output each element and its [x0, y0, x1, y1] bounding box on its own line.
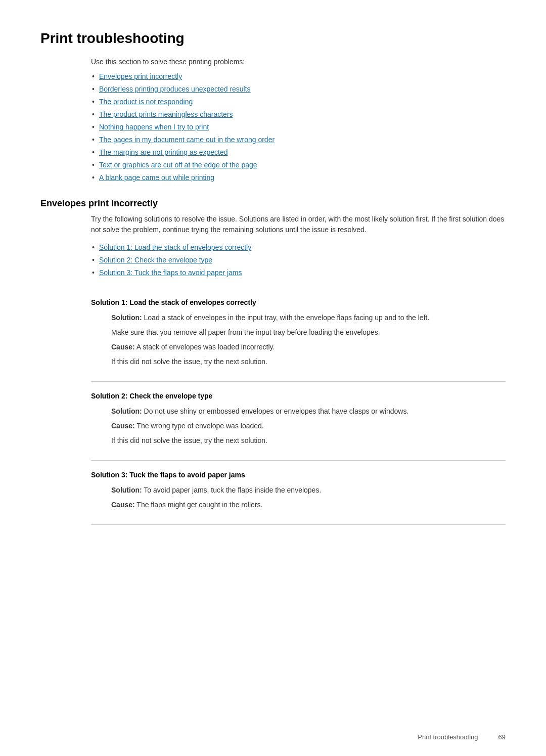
solution-content-2: Solution: Do not use shiny or embossed e…	[111, 406, 506, 446]
section-envelopes: Envelopes print incorrectly Try the foll…	[40, 198, 506, 525]
toc-link[interactable]: Text or graphics are cut off at the edge…	[99, 161, 257, 169]
toc-list-item: The product prints meaningless character…	[91, 109, 506, 120]
toc-list-item: The margins are not printing as expected	[91, 147, 506, 158]
solution-link[interactable]: Solution 1: Load the stack of envelopes …	[99, 243, 251, 251]
solution-block-2: Solution 2: Check the envelope typeSolut…	[91, 382, 506, 461]
cause-label-3: Cause:	[111, 501, 135, 509]
solutions-link-list: Solution 1: Load the stack of envelopes …	[91, 242, 506, 278]
page-title: Print troubleshooting	[40, 30, 506, 47]
solution-label-3: Solution:	[111, 486, 142, 494]
footer-page-number: 69	[498, 733, 506, 741]
solution-text-2: Solution: Do not use shiny or embossed e…	[111, 406, 506, 417]
page-container: Print troubleshooting Use this section t…	[0, 0, 546, 565]
toc-link[interactable]: Borderless printing produces unexpected …	[99, 85, 251, 93]
cause-text-1: Cause: A stack of envelopes was loaded i…	[111, 342, 506, 352]
footer: Print troubleshooting 69	[418, 733, 506, 741]
solution-link-item: Solution 1: Load the stack of envelopes …	[91, 242, 506, 253]
solution-link-item: Solution 3: Tuck the flaps to avoid pape…	[91, 268, 506, 278]
cause-label-2: Cause:	[111, 422, 135, 430]
intro-text: Use this section to solve these printing…	[91, 57, 506, 67]
toc-list-item: Envelopes print incorrectly	[91, 71, 506, 82]
solution-content-3: Solution: To avoid paper jams, tuck the …	[111, 485, 506, 510]
solution-heading-2: Solution 2: Check the envelope type	[91, 392, 506, 400]
extra-text-1: Make sure that you remove all paper from…	[111, 327, 506, 338]
footer-section-label: Print troubleshooting	[418, 733, 478, 741]
toc-list-item: Text or graphics are cut off at the edge…	[91, 160, 506, 170]
toc-link[interactable]: The margins are not printing as expected	[99, 148, 228, 156]
solution-content-1: Solution: Load a stack of envelopes in t…	[111, 313, 506, 367]
solution-block-3: Solution 3: Tuck the flaps to avoid pape…	[91, 461, 506, 525]
solutions-container: Solution 1: Load the stack of envelopes …	[40, 288, 506, 525]
toc-link[interactable]: Nothing happens when I try to print	[99, 123, 209, 131]
solution-block-1: Solution 1: Load the stack of envelopes …	[91, 288, 506, 382]
solution-link-item: Solution 2: Check the envelope type	[91, 255, 506, 265]
followup-text-2: If this did not solve the issue, try the…	[111, 435, 506, 446]
toc-list: Envelopes print incorrectlyBorderless pr…	[91, 71, 506, 183]
solution-heading-1: Solution 1: Load the stack of envelopes …	[91, 298, 506, 306]
toc-list-item: The pages in my document came out in the…	[91, 135, 506, 145]
solution-text-3: Solution: To avoid paper jams, tuck the …	[111, 485, 506, 496]
solution-label-1: Solution:	[111, 314, 142, 322]
toc-link[interactable]: The product is not responding	[99, 98, 193, 106]
solution-link[interactable]: Solution 2: Check the envelope type	[99, 256, 212, 264]
cause-label-1: Cause:	[111, 343, 135, 351]
toc-list-item: The product is not responding	[91, 97, 506, 107]
cause-text-3: Cause: The flaps might get caught in the…	[111, 500, 506, 510]
envelopes-description: Try the following solutions to resolve t…	[91, 214, 506, 235]
toc-link[interactable]: The product prints meaningless character…	[99, 110, 233, 118]
toc-link[interactable]: A blank page came out while printing	[99, 173, 214, 182]
solution-label-2: Solution:	[111, 407, 142, 415]
solution-text-1: Solution: Load a stack of envelopes in t…	[111, 313, 506, 323]
toc-list-item: Nothing happens when I try to print	[91, 122, 506, 132]
solution-heading-3: Solution 3: Tuck the flaps to avoid pape…	[91, 471, 506, 479]
solution-link[interactable]: Solution 3: Tuck the flaps to avoid pape…	[99, 269, 242, 277]
toc-list-item: Borderless printing produces unexpected …	[91, 84, 506, 95]
toc-link[interactable]: The pages in my document came out in the…	[99, 136, 275, 144]
toc-list-item: A blank page came out while printing	[91, 172, 506, 183]
followup-text-1: If this did not solve the issue, try the…	[111, 357, 506, 367]
envelopes-heading: Envelopes print incorrectly	[40, 198, 506, 209]
toc-link[interactable]: Envelopes print incorrectly	[99, 72, 182, 80]
cause-text-2: Cause: The wrong type of envelope was lo…	[111, 421, 506, 431]
